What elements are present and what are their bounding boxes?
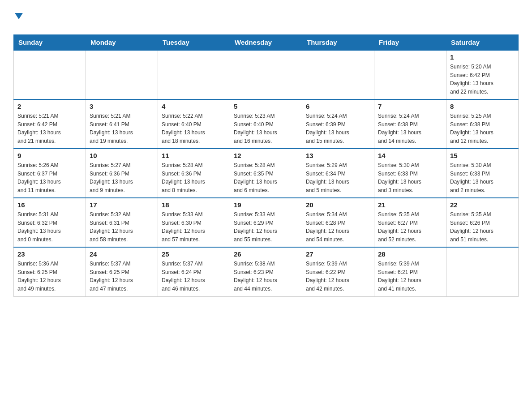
day-number: 19 bbox=[234, 201, 298, 209]
day-info: Sunrise: 5:23 AM Sunset: 6:40 PM Dayligh… bbox=[234, 112, 298, 145]
calendar-cell: 17Sunrise: 5:32 AM Sunset: 6:31 PM Dayli… bbox=[86, 198, 158, 247]
day-number: 22 bbox=[450, 201, 515, 209]
logo bbox=[13, 9, 23, 30]
weekday-header-monday: Monday bbox=[86, 35, 158, 51]
day-info: Sunrise: 5:26 AM Sunset: 6:37 PM Dayligh… bbox=[17, 161, 82, 194]
calendar-cell: 28Sunrise: 5:39 AM Sunset: 6:21 PM Dayli… bbox=[374, 247, 446, 296]
day-info: Sunrise: 5:32 AM Sunset: 6:31 PM Dayligh… bbox=[90, 210, 154, 244]
calendar-cell: 13Sunrise: 5:29 AM Sunset: 6:34 PM Dayli… bbox=[302, 149, 374, 198]
day-number: 11 bbox=[162, 152, 226, 159]
day-info: Sunrise: 5:29 AM Sunset: 6:34 PM Dayligh… bbox=[306, 161, 370, 194]
calendar-cell: 9Sunrise: 5:26 AM Sunset: 6:37 PM Daylig… bbox=[14, 149, 86, 198]
calendar-cell: 11Sunrise: 5:28 AM Sunset: 6:36 PM Dayli… bbox=[158, 149, 230, 198]
calendar-cell: 27Sunrise: 5:39 AM Sunset: 6:22 PM Dayli… bbox=[302, 247, 374, 296]
calendar-cell: 4Sunrise: 5:22 AM Sunset: 6:40 PM Daylig… bbox=[158, 99, 230, 149]
logo-triangle-icon bbox=[15, 13, 23, 19]
day-info: Sunrise: 5:35 AM Sunset: 6:26 PM Dayligh… bbox=[450, 210, 515, 244]
day-number: 10 bbox=[90, 152, 154, 159]
day-number: 3 bbox=[90, 103, 154, 110]
calendar-cell bbox=[86, 50, 158, 99]
day-info: Sunrise: 5:39 AM Sunset: 6:22 PM Dayligh… bbox=[306, 260, 370, 293]
day-info: Sunrise: 5:31 AM Sunset: 6:32 PM Dayligh… bbox=[17, 210, 82, 244]
calendar-cell: 1Sunrise: 5:20 AM Sunset: 6:42 PM Daylig… bbox=[446, 50, 519, 99]
calendar-table: SundayMondayTuesdayWednesdayThursdayFrid… bbox=[13, 34, 519, 297]
calendar-cell bbox=[158, 50, 230, 99]
weekday-header-thursday: Thursday bbox=[302, 35, 374, 51]
day-info: Sunrise: 5:39 AM Sunset: 6:21 PM Dayligh… bbox=[378, 260, 442, 293]
day-number: 6 bbox=[306, 103, 370, 110]
day-number: 26 bbox=[234, 250, 298, 258]
day-number: 13 bbox=[306, 152, 370, 159]
calendar-cell: 15Sunrise: 5:30 AM Sunset: 6:33 PM Dayli… bbox=[446, 149, 519, 198]
calendar-week-1: 1Sunrise: 5:20 AM Sunset: 6:42 PM Daylig… bbox=[14, 50, 519, 99]
calendar-cell bbox=[230, 50, 302, 99]
day-info: Sunrise: 5:33 AM Sunset: 6:30 PM Dayligh… bbox=[162, 210, 226, 244]
day-info: Sunrise: 5:30 AM Sunset: 6:33 PM Dayligh… bbox=[378, 161, 442, 194]
day-info: Sunrise: 5:22 AM Sunset: 6:40 PM Dayligh… bbox=[162, 112, 226, 145]
calendar-header-row: SundayMondayTuesdayWednesdayThursdayFrid… bbox=[14, 35, 519, 51]
calendar-cell: 18Sunrise: 5:33 AM Sunset: 6:30 PM Dayli… bbox=[158, 198, 230, 247]
calendar-cell: 2Sunrise: 5:21 AM Sunset: 6:42 PM Daylig… bbox=[14, 99, 86, 149]
day-number: 9 bbox=[17, 152, 82, 159]
calendar-week-5: 23Sunrise: 5:36 AM Sunset: 6:25 PM Dayli… bbox=[14, 247, 519, 296]
day-info: Sunrise: 5:21 AM Sunset: 6:41 PM Dayligh… bbox=[90, 112, 154, 145]
calendar-cell bbox=[14, 50, 86, 99]
calendar-cell: 26Sunrise: 5:38 AM Sunset: 6:23 PM Dayli… bbox=[230, 247, 302, 296]
day-number: 18 bbox=[162, 201, 226, 209]
calendar-week-2: 2Sunrise: 5:21 AM Sunset: 6:42 PM Daylig… bbox=[14, 99, 519, 149]
day-number: 28 bbox=[378, 250, 442, 258]
weekday-header-friday: Friday bbox=[374, 35, 446, 51]
calendar-cell: 10Sunrise: 5:27 AM Sunset: 6:36 PM Dayli… bbox=[86, 149, 158, 198]
calendar-cell: 22Sunrise: 5:35 AM Sunset: 6:26 PM Dayli… bbox=[446, 198, 519, 247]
calendar-cell: 6Sunrise: 5:24 AM Sunset: 6:39 PM Daylig… bbox=[302, 99, 374, 149]
day-number: 15 bbox=[450, 152, 515, 159]
day-number: 5 bbox=[234, 103, 298, 110]
day-info: Sunrise: 5:20 AM Sunset: 6:42 PM Dayligh… bbox=[450, 63, 515, 96]
calendar-week-4: 16Sunrise: 5:31 AM Sunset: 6:32 PM Dayli… bbox=[14, 198, 519, 247]
day-number: 7 bbox=[378, 103, 442, 110]
day-info: Sunrise: 5:33 AM Sunset: 6:29 PM Dayligh… bbox=[234, 210, 298, 244]
calendar-cell: 5Sunrise: 5:23 AM Sunset: 6:40 PM Daylig… bbox=[230, 99, 302, 149]
day-number: 2 bbox=[17, 103, 82, 110]
calendar-cell: 12Sunrise: 5:28 AM Sunset: 6:35 PM Dayli… bbox=[230, 149, 302, 198]
calendar-cell: 21Sunrise: 5:35 AM Sunset: 6:27 PM Dayli… bbox=[374, 198, 446, 247]
day-info: Sunrise: 5:37 AM Sunset: 6:24 PM Dayligh… bbox=[162, 260, 226, 293]
weekday-header-sunday: Sunday bbox=[14, 35, 86, 51]
calendar-cell: 8Sunrise: 5:25 AM Sunset: 6:38 PM Daylig… bbox=[446, 99, 519, 149]
day-number: 17 bbox=[90, 201, 154, 209]
day-number: 16 bbox=[17, 201, 82, 209]
day-number: 8 bbox=[450, 103, 515, 110]
day-info: Sunrise: 5:24 AM Sunset: 6:38 PM Dayligh… bbox=[378, 112, 442, 145]
calendar-cell: 16Sunrise: 5:31 AM Sunset: 6:32 PM Dayli… bbox=[14, 198, 86, 247]
calendar-cell: 19Sunrise: 5:33 AM Sunset: 6:29 PM Dayli… bbox=[230, 198, 302, 247]
day-number: 27 bbox=[306, 250, 370, 258]
weekday-header-tuesday: Tuesday bbox=[158, 35, 230, 51]
day-number: 25 bbox=[162, 250, 226, 258]
day-info: Sunrise: 5:37 AM Sunset: 6:25 PM Dayligh… bbox=[90, 260, 154, 293]
calendar-cell: 3Sunrise: 5:21 AM Sunset: 6:41 PM Daylig… bbox=[86, 99, 158, 149]
calendar-cell: 24Sunrise: 5:37 AM Sunset: 6:25 PM Dayli… bbox=[86, 247, 158, 296]
day-number: 12 bbox=[234, 152, 298, 159]
weekday-header-wednesday: Wednesday bbox=[230, 35, 302, 51]
calendar-cell: 23Sunrise: 5:36 AM Sunset: 6:25 PM Dayli… bbox=[14, 247, 86, 296]
calendar-cell: 25Sunrise: 5:37 AM Sunset: 6:24 PM Dayli… bbox=[158, 247, 230, 296]
day-number: 20 bbox=[306, 201, 370, 209]
day-info: Sunrise: 5:27 AM Sunset: 6:36 PM Dayligh… bbox=[90, 161, 154, 194]
page-header bbox=[13, 9, 519, 30]
day-info: Sunrise: 5:28 AM Sunset: 6:36 PM Dayligh… bbox=[162, 161, 226, 194]
calendar-cell bbox=[302, 50, 374, 99]
calendar-cell: 14Sunrise: 5:30 AM Sunset: 6:33 PM Dayli… bbox=[374, 149, 446, 198]
day-info: Sunrise: 5:21 AM Sunset: 6:42 PM Dayligh… bbox=[17, 112, 82, 145]
day-number: 24 bbox=[90, 250, 154, 258]
weekday-header-saturday: Saturday bbox=[446, 35, 519, 51]
day-number: 21 bbox=[378, 201, 442, 209]
calendar-cell bbox=[374, 50, 446, 99]
calendar-cell bbox=[446, 247, 519, 296]
day-info: Sunrise: 5:25 AM Sunset: 6:38 PM Dayligh… bbox=[450, 112, 515, 145]
day-info: Sunrise: 5:35 AM Sunset: 6:27 PM Dayligh… bbox=[378, 210, 442, 244]
day-number: 4 bbox=[162, 103, 226, 110]
day-info: Sunrise: 5:36 AM Sunset: 6:25 PM Dayligh… bbox=[17, 260, 82, 293]
day-info: Sunrise: 5:30 AM Sunset: 6:33 PM Dayligh… bbox=[450, 161, 515, 194]
day-number: 1 bbox=[450, 53, 515, 61]
day-number: 14 bbox=[378, 152, 442, 159]
